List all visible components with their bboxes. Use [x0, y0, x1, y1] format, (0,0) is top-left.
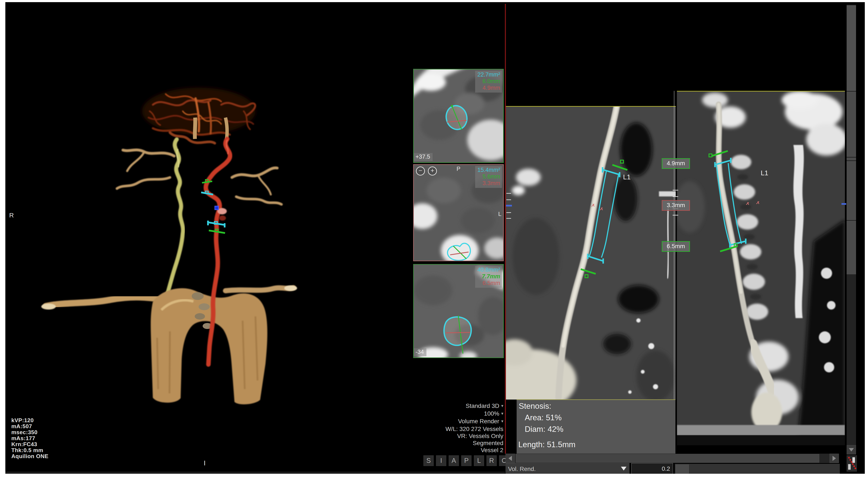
minor-diameter-value: 3.3mm — [477, 180, 500, 187]
vr-mode-info: VR: Vessels Only — [356, 432, 503, 440]
measurement-readout: 40.8mm² 7.7mm 6.5mm — [475, 266, 502, 288]
minor-diameter-value: 6.5mm — [477, 280, 500, 287]
stenosis-length: Length: 51.5mm — [518, 440, 576, 449]
zoom-level-dropdown[interactable]: 100%▾ — [356, 410, 503, 418]
ruler-tick — [506, 193, 511, 194]
scroll-left-button[interactable] — [505, 454, 515, 463]
orientation-label-anterior: A — [457, 253, 460, 260]
orient-button-left[interactable]: L — [474, 455, 484, 466]
render-preset-combobox[interactable]: Vol. Rend. — [505, 463, 629, 474]
cpr-viewport-2[interactable]: L1 — [677, 4, 845, 454]
skin-band — [677, 425, 845, 435]
scan-param: mAs:177 — [11, 435, 49, 441]
zoom-out-button[interactable]: − — [416, 167, 425, 176]
corner-icon-graphic — [847, 455, 857, 471]
chevron-down-icon: ▾ — [501, 410, 503, 417]
cpr-ruler — [674, 91, 674, 445]
chevron-down-icon — [621, 467, 626, 471]
vessel-tip-highlight — [41, 304, 56, 309]
scrollbar-thumb[interactable] — [516, 454, 819, 462]
below-skin — [677, 435, 845, 445]
orientation-label-right: R — [415, 211, 420, 217]
scroll-right-button[interactable] — [830, 454, 839, 463]
vessel-name-info: Vessel 2 — [356, 447, 503, 454]
chevron-down-icon: ▾ — [501, 402, 503, 409]
right-arrow-icon — [833, 456, 836, 461]
opacity-slider[interactable] — [675, 464, 840, 474]
render-mode-dropdown[interactable]: Volume Render▾ — [356, 418, 503, 425]
orientation-label-inferior: I — [204, 459, 206, 467]
scan-parameters: kVP:120 mA:507 msec:350 mAs:177 Krn:FC43… — [11, 417, 49, 459]
ruler-tick — [673, 190, 678, 190]
horizontal-scrollbar[interactable] — [505, 454, 839, 463]
orient-button-inferior[interactable]: I — [436, 455, 446, 466]
left-arrow-icon — [508, 456, 512, 461]
slice-position-label: +37.5 — [414, 153, 433, 161]
cpr-image-2: L1 — [677, 91, 845, 445]
vasculature-3d-illustration — [33, 86, 300, 406]
scan-param: msec:350 — [11, 429, 49, 435]
external-branches — [117, 150, 293, 291]
right-carotid-yellow-vessel — [166, 139, 183, 298]
render-settings-block: Standard 3D▾ 100%▾ Volume Render▾ W/L: 3… — [356, 402, 503, 454]
diameter-label-stenosis[interactable]: 3.3mm — [662, 200, 690, 211]
area-value: 22.7mm² — [477, 71, 500, 78]
ruler-tick — [506, 200, 511, 200]
scrollbar-thumb[interactable] — [847, 5, 856, 91]
measurement-readout: 22.7mm² 6.0mm 4.9mm — [475, 71, 502, 93]
cpr-viewport-1[interactable]: L1 — [505, 4, 676, 454]
scrollbar-divider — [847, 160, 856, 161]
subclavian-vessel — [46, 297, 166, 306]
orientation-label-posterior: P — [457, 166, 460, 172]
orient-button-right[interactable]: R — [487, 455, 497, 466]
scan-param: Krn:FC43 — [11, 441, 49, 447]
stenosis-area: Area: 51% — [525, 413, 562, 422]
zoom-controls: − + — [416, 167, 437, 176]
window-level-info: W/L: 320 272 Vessels — [356, 425, 503, 432]
stenosis-title: Stenosis: — [519, 402, 551, 411]
volume-render-viewport[interactable]: R I kVP:120 mA:507 msec:350 mAs:177 Krn:… — [5, 2, 411, 453]
chevron-down-icon: ▾ — [501, 418, 503, 425]
scrollbar-thumb[interactable] — [847, 92, 856, 220]
opacity-value-field[interactable]: 0.2 — [631, 463, 673, 474]
layout-corner-icon[interactable] — [847, 455, 857, 472]
render-preset-dropdown[interactable]: Standard 3D▾ — [356, 402, 503, 410]
area-value: 40.8mm² — [477, 267, 500, 273]
diameter-label-proximal[interactable]: 4.9mm — [662, 158, 690, 169]
cpr-image-1: L1 — [506, 107, 676, 399]
application-window: R I kVP:120 mA:507 msec:350 mAs:177 Krn:… — [5, 2, 865, 474]
orient-button-superior[interactable]: S — [424, 455, 434, 466]
segmented-info: Segmented — [356, 440, 503, 447]
area-value: 15.4mm² — [477, 167, 500, 173]
ruler-tick — [673, 196, 678, 197]
diameter-label-distal[interactable]: 6.5mm — [662, 241, 690, 252]
bottom-divider — [5, 472, 505, 474]
axial-view-2[interactable]: − + P R L A 15.4mm² 5.6mm 3.3mm — [413, 164, 504, 261]
major-diameter-value: 5.6mm — [477, 173, 500, 180]
orient-button-anterior[interactable]: A — [448, 455, 459, 466]
combobox-value: Vol. Rend. — [508, 466, 536, 473]
zoom-in-button[interactable]: + — [428, 167, 437, 176]
measurement-readout: 15.4mm² 5.6mm 3.3mm — [475, 166, 502, 188]
position-marker[interactable] — [841, 203, 846, 205]
scroll-down-button[interactable] — [847, 445, 856, 454]
scan-param: mA:507 — [11, 423, 49, 429]
major-diameter-value: 7.7mm — [477, 273, 500, 280]
orient-button-posterior[interactable]: P — [461, 455, 471, 466]
slider-handle[interactable] — [676, 465, 689, 474]
scrollbar-thumb[interactable] — [847, 221, 856, 274]
vessel-tip-highlight — [284, 286, 297, 291]
axial-view-3[interactable]: 40.8mm² 7.7mm 6.5mm -34 — [413, 264, 504, 358]
position-marker[interactable] — [506, 205, 512, 207]
axial-view-1[interactable]: 22.7mm² 6.0mm 4.9mm +37.5 — [413, 69, 504, 163]
orientation-button-row: S I A P L R O — [424, 455, 509, 466]
ruler-tick — [506, 218, 511, 219]
orientation-label-right: R — [9, 212, 14, 219]
minor-diameter-value: 4.9mm — [477, 85, 500, 91]
scan-param: Aquilion ONE — [11, 453, 49, 459]
vessel-point-label: L1 — [623, 173, 631, 181]
ruler-tick — [506, 212, 511, 213]
scrollbar-divider — [847, 157, 856, 157]
scan-param: kVP:120 — [11, 417, 49, 423]
vertical-scrollbar[interactable] — [847, 5, 856, 445]
